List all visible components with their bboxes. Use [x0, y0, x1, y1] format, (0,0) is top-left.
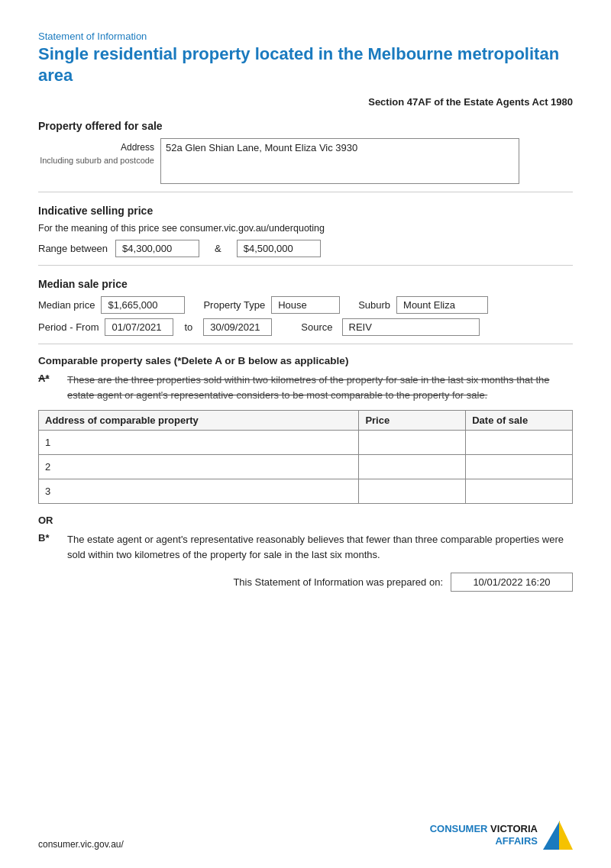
table-cell-date — [466, 431, 573, 455]
indicative-note: For the meaning of this price see consum… — [38, 223, 573, 234]
table-cell-price — [359, 431, 466, 455]
property-type-value: House — [271, 296, 340, 314]
table-cell-address: 2 — [39, 455, 359, 479]
median-heading: Median sale price — [38, 278, 573, 290]
median-grid: Median price $1,665,000 Property Type Ho… — [38, 296, 573, 336]
point-a: A* These are the three properties sold w… — [38, 373, 573, 402]
table-cell-date — [466, 479, 573, 504]
address-label: Address Including suburb and postcode — [38, 138, 160, 167]
range-low: $4,300,000 — [115, 240, 199, 257]
point-a-label: A* — [38, 373, 60, 402]
logo-victoria: VICTORIA — [490, 823, 538, 834]
footer-url: consumer.vic.gov.au/ — [38, 839, 124, 850]
prepared-row: This Statement of Information was prepar… — [38, 573, 573, 592]
source-label: Source — [301, 321, 332, 333]
range-label: Range between — [38, 243, 108, 254]
header-subtitle: Statement of Information — [38, 31, 573, 42]
ampersand: & — [215, 243, 221, 254]
table-row: 2 — [39, 455, 573, 479]
median-price-label: Median price — [38, 299, 95, 311]
footer: consumer.vic.gov.au/ CONSUMER VICTORIA A… — [38, 821, 573, 850]
median-price-value: $1,665,000 — [101, 296, 185, 314]
property-type-label: Property Type — [203, 299, 265, 311]
point-a-text: These are the three properties sold with… — [67, 373, 573, 402]
logo-triangles — [541, 821, 573, 850]
or-label: OR — [38, 515, 573, 526]
property-section-heading: Property offered for sale — [38, 120, 573, 132]
prepared-label: This Statement of Information was prepar… — [233, 576, 443, 588]
point-b-text: The estate agent or agent's representati… — [67, 532, 573, 562]
table-col-date: Date of sale — [466, 411, 573, 431]
period-from-label: Period - From — [38, 321, 99, 333]
to-label: to — [184, 321, 192, 333]
suburb-value: Mount Eliza — [396, 296, 488, 314]
logo-triangle-blue — [543, 821, 560, 850]
suburb-label: Suburb — [358, 299, 390, 311]
prepared-value: 10/01/2022 16:20 — [451, 573, 573, 592]
table-cell-price — [359, 455, 466, 479]
comparable-heading: Comparable property sales (*Delete A or … — [38, 355, 573, 366]
comparable-section: Comparable property sales (*Delete A or … — [38, 355, 573, 592]
table-cell-price — [359, 479, 466, 504]
table-cell-address: 3 — [39, 479, 359, 504]
logo-area: CONSUMER VICTORIA AFFAIRS — [430, 821, 573, 850]
logo-affairs: AFFAIRS — [495, 835, 538, 847]
logo-consumer: CONSUMER — [430, 823, 488, 834]
address-box: 52a Glen Shian Lane, Mount Eliza Vic 393… — [160, 138, 519, 184]
point-b-label: B* — [38, 532, 60, 562]
indicative-heading: Indicative selling price — [38, 205, 573, 217]
logo-triangle-yellow — [559, 821, 573, 850]
table-row: 3 — [39, 479, 573, 504]
median-row-2: Period - From 01/07/2021 to 30/09/2021 S… — [38, 318, 573, 336]
range-high: $4,500,000 — [237, 240, 321, 257]
table-cell-date — [466, 455, 573, 479]
period-to-value: 30/09/2021 — [203, 318, 272, 336]
table-row: 1 — [39, 431, 573, 455]
table-col-price: Price — [359, 411, 466, 431]
address-row: Address Including suburb and postcode 52… — [38, 138, 573, 184]
comparable-table: Address of comparable property Price Dat… — [38, 410, 573, 504]
logo-text: CONSUMER VICTORIA AFFAIRS — [430, 823, 538, 847]
period-from-value: 01/07/2021 — [105, 318, 173, 336]
table-cell-address: 1 — [39, 431, 359, 455]
median-row-1: Median price $1,665,000 Property Type Ho… — [38, 296, 573, 314]
header-title: Single residential property located in t… — [38, 44, 573, 86]
source-value: REIV — [342, 318, 480, 336]
point-b: B* The estate agent or agent's represent… — [38, 532, 573, 562]
range-row: Range between $4,300,000 & $4,500,000 — [38, 240, 573, 257]
table-col-address: Address of comparable property — [39, 411, 359, 431]
act-reference: Section 47AF of the Estate Agents Act 19… — [38, 96, 573, 108]
